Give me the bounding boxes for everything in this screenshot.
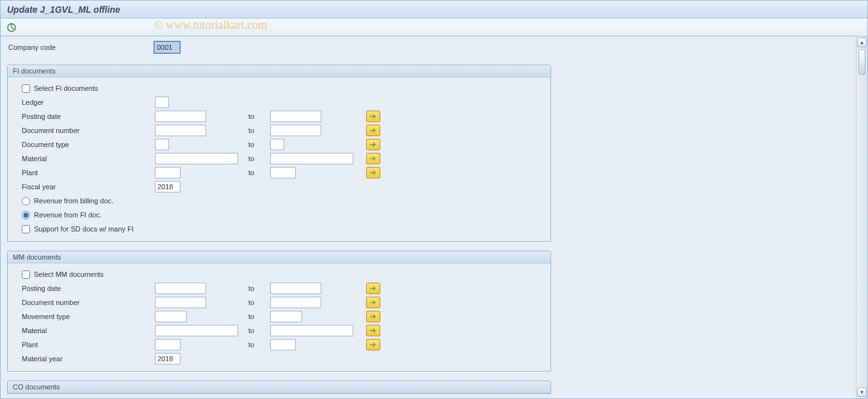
window-title: Update J_1GVL_ML offline <box>7 4 120 15</box>
revenue-fi-radio[interactable] <box>22 211 30 219</box>
fiscal-year-label: Fiscal year <box>13 183 155 191</box>
multi-select-button[interactable] <box>366 325 380 336</box>
mm-doc-number-to[interactable] <box>270 297 321 308</box>
mm-doc-number-from[interactable] <box>155 297 206 308</box>
fi-documents-group: FI documents Select FI documents Ledger … <box>7 65 551 242</box>
mm-plant-label: Plant <box>13 341 155 348</box>
fi-posting-date-label: Posting date <box>13 113 155 120</box>
material-year-input[interactable] <box>155 353 181 364</box>
title-bar: Update J_1GVL_ML offline <box>1 1 867 19</box>
multi-select-button[interactable] <box>366 283 380 294</box>
vertical-scrollbar[interactable]: ▲ ▼ <box>856 36 867 398</box>
mm-mvmt-type-label: Movement type <box>13 313 155 320</box>
mm-group-title: MM documents <box>8 251 551 263</box>
multi-select-button[interactable] <box>366 139 380 150</box>
fiscal-year-input[interactable] <box>155 181 181 192</box>
revenue-billing-radio[interactable] <box>22 197 30 205</box>
mm-mvmt-type-from[interactable] <box>155 311 187 322</box>
multi-select-button[interactable] <box>366 297 380 308</box>
fi-plant-from[interactable] <box>155 167 181 178</box>
multi-select-button[interactable] <box>366 125 380 136</box>
app-window: Update J_1GVL_ML offline © www.tutorialk… <box>0 0 868 399</box>
to-label: to <box>245 113 270 120</box>
scroll-up-icon[interactable]: ▲ <box>857 38 867 47</box>
select-mm-checkbox[interactable] <box>22 270 30 279</box>
multi-select-button[interactable] <box>366 153 380 164</box>
fi-doc-type-to[interactable] <box>270 139 284 150</box>
select-fi-checkbox[interactable] <box>22 84 30 93</box>
co-group-title: CO documents <box>8 381 551 393</box>
fi-plant-label: Plant <box>13 169 155 176</box>
company-code-row: Company code <box>7 42 851 53</box>
content-pane: Company code FI documents Select FI docu… <box>1 36 856 398</box>
multi-select-button[interactable] <box>366 311 380 322</box>
company-code-input[interactable] <box>154 42 180 53</box>
select-mm-label: Select MM documents <box>34 270 104 278</box>
support-sd-label: Support for SD docs w/ many FI <box>34 225 134 233</box>
company-code-label: Company code <box>7 43 154 51</box>
fi-material-from[interactable] <box>155 153 238 164</box>
revenue-fi-label: Revenue from FI doc. <box>34 211 102 219</box>
mm-mvmt-type-to[interactable] <box>270 311 302 322</box>
scroll-thumb[interactable] <box>858 49 865 75</box>
material-year-label: Material year <box>13 355 155 363</box>
mm-material-from[interactable] <box>155 325 238 336</box>
execute-icon[interactable] <box>6 22 17 33</box>
mm-group-body: Select MM documents Posting date to Docu… <box>8 263 551 371</box>
multi-select-button[interactable] <box>366 167 380 178</box>
mm-doc-number-label: Document number <box>13 299 155 306</box>
fi-doc-type-label: Document type <box>13 141 155 148</box>
fi-doc-number-to[interactable] <box>270 125 321 136</box>
watermark-text: © www.tutorialkart.com <box>154 19 267 32</box>
mm-material-label: Material <box>13 327 155 334</box>
mm-posting-date-from[interactable] <box>155 283 206 294</box>
revenue-billing-label: Revenue from billing doc. <box>34 197 113 205</box>
fi-posting-date-from[interactable] <box>155 111 206 122</box>
multi-select-button[interactable] <box>366 339 380 350</box>
scroll-down-icon[interactable]: ▼ <box>857 387 867 397</box>
multi-select-button[interactable] <box>366 111 380 122</box>
fi-doc-type-from[interactable] <box>155 139 169 150</box>
fi-doc-number-label: Document number <box>13 127 155 134</box>
fi-material-label: Material <box>13 155 155 162</box>
fi-group-body: Select FI documents Ledger Posting date … <box>8 77 551 241</box>
support-sd-checkbox[interactable] <box>22 225 30 233</box>
ledger-label: Ledger <box>13 98 155 106</box>
mm-material-to[interactable] <box>270 325 353 336</box>
fi-material-to[interactable] <box>270 153 353 164</box>
fi-plant-to[interactable] <box>270 167 296 178</box>
client-area: Company code FI documents Select FI docu… <box>1 36 867 398</box>
mm-posting-date-label: Posting date <box>13 285 155 292</box>
ledger-input[interactable] <box>155 97 169 108</box>
fi-posting-date-to[interactable] <box>270 111 321 122</box>
fi-group-title: FI documents <box>8 65 551 77</box>
mm-posting-date-to[interactable] <box>270 283 321 294</box>
co-documents-group: CO documents <box>7 380 551 394</box>
mm-plant-to[interactable] <box>270 339 296 350</box>
mm-plant-from[interactable] <box>155 339 181 350</box>
fi-doc-number-from[interactable] <box>155 125 206 136</box>
mm-documents-group: MM documents Select MM documents Posting… <box>7 251 551 372</box>
select-fi-label: Select FI documents <box>34 84 98 92</box>
toolbar: © www.tutorialkart.com <box>1 19 867 36</box>
